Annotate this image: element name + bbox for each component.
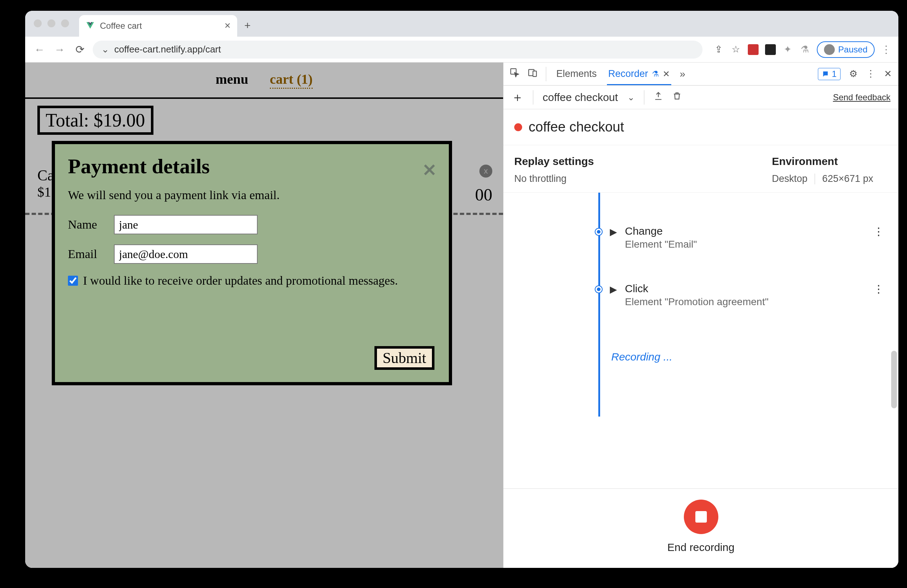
extension-1-icon[interactable]: [748, 44, 759, 55]
toolbar-separator-2: [644, 90, 644, 104]
recording-dropdown-icon[interactable]: ⌄: [627, 92, 635, 103]
recorder-footer: End recording: [503, 489, 898, 568]
devtools-settings-icon[interactable]: ⚙: [849, 68, 857, 79]
env-separator: [815, 174, 815, 184]
step-dot-icon: [595, 286, 602, 293]
recorder-steps: ▶ Change Element "Email" ⋮ ▶ Click Eleme…: [503, 193, 898, 489]
content-row: menu cart (1) Total: $19.00 Ca $1 x 00 P…: [25, 62, 898, 568]
scrollbar-thumb[interactable]: [891, 351, 897, 408]
step-menu-icon[interactable]: ⋮: [873, 225, 884, 237]
recorder-header: coffee checkout: [503, 109, 898, 145]
page-pane: menu cart (1) Total: $19.00 Ca $1 x 00 P…: [25, 62, 503, 568]
name-label: Name: [68, 218, 105, 231]
traffic-light-close[interactable]: [34, 19, 42, 27]
step-expand-icon[interactable]: ▶: [610, 284, 617, 295]
environment-col: Environment Desktop 625×671 px: [772, 155, 873, 184]
back-button[interactable]: ←: [32, 43, 47, 56]
url-bar[interactable]: ⌄ coffee-cart.netlify.app/cart: [93, 41, 702, 59]
devtools-close-icon[interactable]: ✕: [884, 68, 892, 79]
vue-icon: [85, 21, 95, 30]
step-title: Click: [625, 282, 865, 295]
stop-icon: [695, 511, 707, 522]
extension-flask-icon[interactable]: ⚗: [800, 44, 810, 55]
environment-values: Desktop 625×671 px: [772, 173, 873, 184]
device-toolbar-icon[interactable]: [528, 68, 537, 80]
recording-indicator-icon: [514, 123, 522, 131]
forward-button[interactable]: →: [53, 43, 67, 56]
avatar-icon: [824, 44, 835, 55]
submit-button[interactable]: Submit: [375, 346, 434, 370]
step-body: Click Element "Promotion agreement": [625, 282, 865, 308]
tab-recorder-label: Recorder: [608, 68, 648, 79]
name-row: Name: [68, 215, 436, 234]
paused-label: Paused: [838, 45, 867, 54]
step-title: Change: [625, 225, 865, 237]
modal-subtitle: We will send you a payment link via emai…: [68, 188, 436, 202]
step-item[interactable]: ▶ Click Element "Promotion agreement" ⋮: [590, 282, 884, 308]
step-body: Change Element "Email": [625, 225, 865, 250]
browser-menu-icon[interactable]: ⋮: [881, 43, 891, 55]
promo-label: I would like to receive order updates an…: [83, 274, 398, 288]
traffic-light-minimize[interactable]: [47, 19, 55, 27]
send-feedback-link[interactable]: Send feedback: [833, 92, 891, 103]
new-recording-icon[interactable]: ＋: [511, 89, 524, 106]
payment-modal: Payment details ✕ We will send you a pay…: [52, 141, 452, 385]
recorder-settings: Replay settings No throttling Environmen…: [503, 145, 898, 193]
recording-status: Recording ...: [611, 351, 672, 363]
tab-elements[interactable]: Elements: [555, 62, 598, 85]
email-label: Email: [68, 247, 105, 261]
tab-close-icon[interactable]: ✕: [224, 21, 231, 30]
end-recording-label: End recording: [667, 541, 734, 553]
experiment-flask-icon: ⚗: [652, 69, 659, 79]
toolbar-right: ⇪ ☆ ✦ ⚗ Paused ⋮: [713, 41, 891, 58]
modal-title: Payment details: [68, 154, 436, 178]
replay-settings-heading: Replay settings: [514, 155, 594, 168]
step-dot-icon: [595, 229, 602, 235]
end-recording-button[interactable]: [684, 500, 718, 534]
recorder-header-title: coffee checkout: [529, 119, 624, 135]
step-subtitle: Element "Promotion agreement": [625, 296, 865, 308]
step-menu-icon[interactable]: ⋮: [873, 282, 884, 295]
browser-toolbar: ← → ⟳ ⌄ coffee-cart.netlify.app/cart ⇪ ☆…: [25, 37, 898, 62]
environment-heading: Environment: [772, 155, 873, 168]
promo-checkbox[interactable]: [68, 276, 78, 286]
step-subtitle: Element "Email": [625, 239, 865, 250]
profile-paused-pill[interactable]: Paused: [817, 41, 875, 58]
step-expand-icon[interactable]: ▶: [610, 226, 617, 237]
email-row: Email: [68, 244, 436, 264]
issues-badge[interactable]: 1: [818, 68, 841, 80]
url-text: coffee-cart.netlify.app/cart: [114, 44, 221, 55]
extensions-puzzle-icon[interactable]: ✦: [782, 44, 793, 55]
export-icon[interactable]: [654, 91, 663, 103]
traffic-lights: [34, 19, 69, 27]
issues-icon: [822, 70, 830, 78]
replay-settings-col: Replay settings No throttling: [514, 155, 594, 184]
recording-name[interactable]: coffee checkout: [543, 91, 618, 104]
extension-2-icon[interactable]: [765, 44, 776, 55]
step-item[interactable]: ▶ Change Element "Email" ⋮: [590, 225, 884, 250]
recorder-toolbar: ＋ coffee checkout ⌄ Send feedback: [503, 85, 898, 109]
new-tab-button[interactable]: +: [244, 19, 251, 32]
inspect-element-icon[interactable]: [510, 68, 519, 80]
replay-throttling-value[interactable]: No throttling: [514, 173, 594, 184]
devtools-menu-icon[interactable]: ⋮: [866, 68, 875, 79]
traffic-light-zoom[interactable]: [61, 19, 69, 27]
browser-tab[interactable]: Coffee cart ✕: [79, 15, 237, 37]
tab-title: Coffee cart: [100, 21, 219, 31]
more-tabs-icon[interactable]: »: [680, 68, 686, 80]
devtools-pane: Elements Recorder ⚗ ✕ » 1 ⚙ ⋮ ✕ ＋: [503, 62, 898, 568]
env-dimensions: 625×671 px: [822, 173, 873, 184]
promo-row: I would like to receive order updates an…: [68, 274, 436, 288]
delete-icon[interactable]: [672, 91, 682, 103]
site-info-icon[interactable]: ⌄: [101, 44, 109, 55]
tab-recorder-close-icon[interactable]: ✕: [663, 69, 670, 79]
devtools-tabbar: Elements Recorder ⚗ ✕ » 1 ⚙ ⋮ ✕: [503, 62, 898, 85]
name-input[interactable]: [114, 215, 258, 234]
share-icon[interactable]: ⇪: [713, 44, 724, 55]
bookmark-icon[interactable]: ☆: [731, 44, 741, 55]
reload-button[interactable]: ⟳: [72, 43, 87, 56]
issues-count: 1: [832, 69, 836, 79]
email-input[interactable]: [114, 244, 258, 264]
modal-close-icon[interactable]: ✕: [422, 160, 437, 180]
tab-recorder[interactable]: Recorder ⚗ ✕: [607, 62, 671, 85]
